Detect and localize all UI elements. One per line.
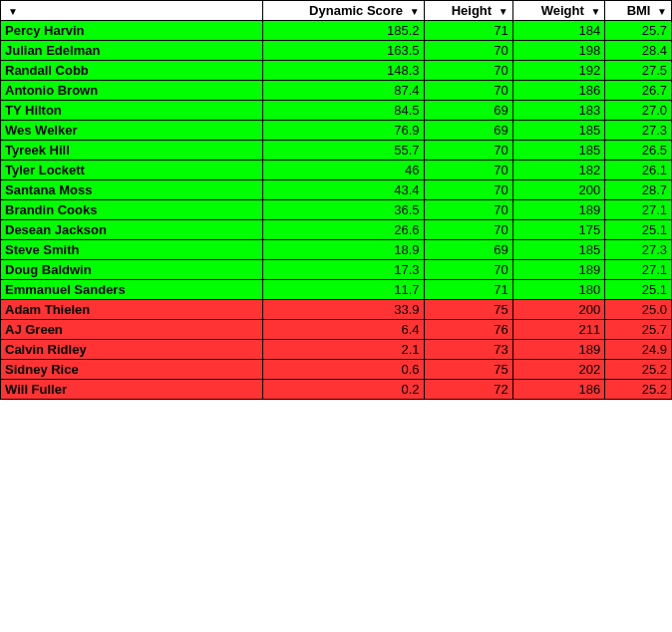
weight: 192: [512, 61, 605, 81]
filter-icon-weight[interactable]: ▼: [590, 6, 600, 17]
table-row: Adam Thielen33.97520025.0: [1, 300, 672, 320]
table-row: Wes Welker76.96918527.3: [1, 121, 672, 141]
height: 70: [424, 200, 512, 220]
table-row: Doug Baldwin17.37018927.1: [1, 260, 672, 280]
weight: 200: [512, 180, 605, 200]
height: 70: [424, 61, 512, 81]
dynamic-score: 33.9: [263, 300, 424, 320]
dynamic-score: 148.3: [263, 61, 424, 81]
dynamic-score: 26.6: [263, 220, 424, 240]
weight: 198: [512, 41, 605, 61]
dynamic-score: 11.7: [263, 280, 424, 300]
weight: 202: [512, 360, 605, 380]
player-name: Santana Moss: [1, 180, 263, 200]
height: 69: [424, 121, 512, 141]
dynamic-score: 76.9: [263, 121, 424, 141]
height: 73: [424, 340, 512, 360]
header-dynamic-score[interactable]: Dynamic Score ▼: [263, 1, 424, 21]
player-name: Percy Harvin: [1, 21, 263, 41]
header-height[interactable]: Height ▼: [424, 1, 512, 21]
dynamic-score: 185.2: [263, 21, 424, 41]
weight: 175: [512, 220, 605, 240]
header-weight[interactable]: Weight ▼: [512, 1, 605, 21]
table-row: Emmanuel Sanders11.77118025.1: [1, 280, 672, 300]
dynamic-score: 36.5: [263, 200, 424, 220]
bmi: 27.0: [605, 101, 672, 121]
weight: 185: [512, 240, 605, 260]
table-row: Calvin Ridley2.17318924.9: [1, 340, 672, 360]
bmi: 25.0: [605, 300, 672, 320]
table-row: Percy Harvin185.27118425.7: [1, 21, 672, 41]
dynamic-score: 18.9: [263, 240, 424, 260]
table-row: Julian Edelman163.57019828.4: [1, 41, 672, 61]
weight: 180: [512, 280, 605, 300]
weight: 183: [512, 101, 605, 121]
dynamic-score: 87.4: [263, 81, 424, 101]
header-name: ▼: [1, 1, 263, 21]
bmi: 24.9: [605, 340, 672, 360]
weight: 189: [512, 200, 605, 220]
player-name: Brandin Cooks: [1, 200, 263, 220]
height: 75: [424, 360, 512, 380]
player-name: Adam Thielen: [1, 300, 263, 320]
table-row: TY Hilton84.56918327.0: [1, 101, 672, 121]
player-name: Wes Welker: [1, 121, 263, 141]
height: 70: [424, 81, 512, 101]
height: 76: [424, 320, 512, 340]
weight: 200: [512, 300, 605, 320]
player-name: TY Hilton: [1, 101, 263, 121]
filter-icon-dynamic-score[interactable]: ▼: [410, 6, 420, 17]
table-row: AJ Green6.47621125.7: [1, 320, 672, 340]
bmi: 25.7: [605, 21, 672, 41]
dynamic-score: 6.4: [263, 320, 424, 340]
dynamic-score: 55.7: [263, 141, 424, 160]
bmi: 27.3: [605, 121, 672, 141]
weight: 185: [512, 141, 605, 160]
weight: 186: [512, 81, 605, 101]
player-name: Julian Edelman: [1, 41, 263, 61]
height: 71: [424, 21, 512, 41]
table-row: Steve Smith18.96918527.3: [1, 240, 672, 260]
player-name: Tyreek Hill: [1, 141, 263, 160]
bmi: 25.2: [605, 380, 672, 400]
table-row: Santana Moss43.47020028.7: [1, 180, 672, 200]
bmi: 25.1: [605, 280, 672, 300]
filter-icon-bmi[interactable]: ▼: [657, 6, 667, 17]
table-row: Desean Jackson26.67017525.1: [1, 220, 672, 240]
weight: 211: [512, 320, 605, 340]
bmi: 27.1: [605, 260, 672, 280]
player-name: Calvin Ridley: [1, 340, 263, 360]
height: 70: [424, 260, 512, 280]
height: 75: [424, 300, 512, 320]
bmi: 28.7: [605, 180, 672, 200]
player-name: Antonio Brown: [1, 81, 263, 101]
filter-icon-height[interactable]: ▼: [499, 6, 508, 17]
height: 70: [424, 180, 512, 200]
header-bmi[interactable]: BMI ▼: [605, 1, 672, 21]
weight: 189: [512, 340, 605, 360]
height: 70: [424, 141, 512, 160]
height: 72: [424, 380, 512, 400]
bmi: 25.7: [605, 320, 672, 340]
height: 69: [424, 240, 512, 260]
bmi: 28.4: [605, 41, 672, 61]
header-row: ▼ Dynamic Score ▼ Height ▼ Weight ▼ BMI …: [1, 1, 672, 21]
filter-icon-name[interactable]: ▼: [8, 6, 18, 17]
table-row: Brandin Cooks36.57018927.1: [1, 200, 672, 220]
weight: 186: [512, 380, 605, 400]
player-name: Doug Baldwin: [1, 260, 263, 280]
height: 70: [424, 160, 512, 180]
weight: 184: [512, 21, 605, 41]
player-name: AJ Green: [1, 320, 263, 340]
player-name: Will Fuller: [1, 380, 263, 400]
table-row: Tyreek Hill55.77018526.5: [1, 141, 672, 160]
dynamic-score: 17.3: [263, 260, 424, 280]
bmi: 26.5: [605, 141, 672, 160]
height: 70: [424, 220, 512, 240]
dynamic-score: 0.6: [263, 360, 424, 380]
table-row: Antonio Brown87.47018626.7: [1, 81, 672, 101]
table-row: Sidney Rice0.67520225.2: [1, 360, 672, 380]
dynamic-score: 0.2: [263, 380, 424, 400]
dynamic-score: 43.4: [263, 180, 424, 200]
player-name: Emmanuel Sanders: [1, 280, 263, 300]
